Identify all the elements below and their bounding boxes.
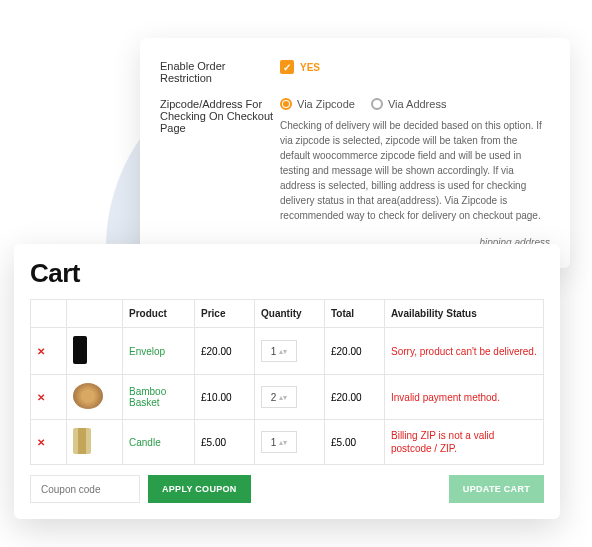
total-cell: £20.00 — [325, 375, 385, 420]
quantity-stepper[interactable]: 2 ▴▾ — [261, 386, 297, 408]
yes-label: YES — [300, 62, 320, 73]
quantity-stepper[interactable]: 1 ▴▾ — [261, 431, 297, 453]
table-row: ✕ Envelop £20.00 1 ▴▾ £20.00 Sorry, prod… — [31, 328, 544, 375]
total-cell: £5.00 — [325, 420, 385, 465]
header-availability: Availability Status — [385, 300, 544, 328]
settings-panel: Enable Order Restriction ✓ YES Zipcode/A… — [140, 38, 570, 268]
update-cart-button[interactable]: UPDATE CART — [449, 475, 544, 503]
table-row: ✕ Candle £5.00 1 ▴▾ £5.00 Billing ZIP is… — [31, 420, 544, 465]
product-link[interactable]: Envelop — [129, 346, 165, 357]
zipcode-label: Zipcode/Address For Checking On Checkout… — [160, 98, 280, 223]
availability-status: Billing ZIP is not a valid postcode / ZI… — [391, 430, 494, 454]
header-product: Product — [123, 300, 195, 328]
cart-actions: APPLY COUPON UPDATE CART — [30, 475, 544, 503]
check-icon: ✓ — [280, 60, 294, 74]
help-text: Checking of delivery will be decided bas… — [280, 118, 550, 223]
product-link[interactable]: Bamboo Basket — [129, 386, 166, 408]
cart-panel: Cart Product Price Quantity Total Availa… — [14, 244, 560, 519]
cart-table: Product Price Quantity Total Availabilit… — [30, 299, 544, 465]
coupon-input[interactable] — [30, 475, 140, 503]
total-cell: £20.00 — [325, 328, 385, 375]
header-quantity: Quantity — [255, 300, 325, 328]
product-image[interactable] — [73, 383, 103, 409]
enable-order-label: Enable Order Restriction — [160, 60, 280, 84]
remove-icon[interactable]: ✕ — [37, 346, 45, 357]
table-row: ✕ Bamboo Basket £10.00 2 ▴▾ £20.00 Inval… — [31, 375, 544, 420]
cart-title: Cart — [30, 258, 544, 289]
radio-via-address[interactable]: Via Address — [371, 98, 447, 110]
apply-coupon-button[interactable]: APPLY COUPON — [148, 475, 251, 503]
header-total: Total — [325, 300, 385, 328]
quantity-stepper[interactable]: 1 ▴▾ — [261, 340, 297, 362]
header-image — [67, 300, 123, 328]
product-image[interactable] — [73, 336, 87, 364]
yes-checkbox[interactable]: ✓ YES — [280, 60, 320, 74]
radio-via-zipcode[interactable]: Via Zipcode — [280, 98, 355, 110]
zipcode-row: Zipcode/Address For Checking On Checkout… — [160, 98, 550, 223]
price-cell: £5.00 — [195, 420, 255, 465]
remove-icon[interactable]: ✕ — [37, 437, 45, 448]
header-remove — [31, 300, 67, 328]
table-header-row: Product Price Quantity Total Availabilit… — [31, 300, 544, 328]
product-link[interactable]: Candle — [129, 437, 161, 448]
price-cell: £20.00 — [195, 328, 255, 375]
product-image[interactable] — [73, 428, 91, 454]
radio-icon-unselected — [371, 98, 383, 110]
remove-icon[interactable]: ✕ — [37, 392, 45, 403]
enable-order-row: Enable Order Restriction ✓ YES — [160, 60, 550, 84]
availability-status: Sorry, product can't be delivered. — [391, 346, 537, 357]
availability-status: Invalid payment method. — [391, 392, 500, 403]
header-price: Price — [195, 300, 255, 328]
radio-group: Via Zipcode Via Address — [280, 98, 550, 110]
price-cell: £10.00 — [195, 375, 255, 420]
radio-icon-selected — [280, 98, 292, 110]
